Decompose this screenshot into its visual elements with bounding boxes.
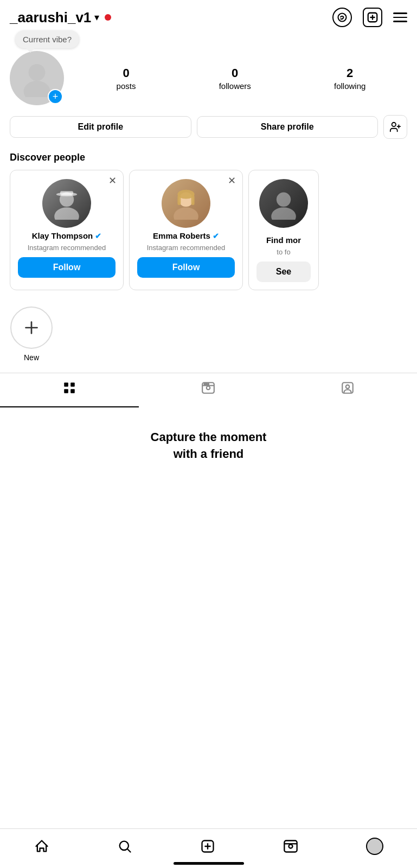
edit-profile-button[interactable]: Edit profile: [10, 116, 191, 138]
find-more-text: Find mor: [266, 235, 301, 245]
new-post-icon[interactable]: [363, 8, 382, 27]
menu-icon[interactable]: [393, 12, 407, 22]
threads-icon[interactable]: [332, 8, 352, 27]
svg-point-27: [207, 386, 210, 390]
svg-point-29: [204, 384, 206, 385]
svg-rect-25: [70, 389, 75, 393]
following-stat[interactable]: 2 following: [334, 66, 365, 91]
svg-rect-23: [70, 382, 75, 387]
svg-point-33: [346, 385, 350, 389]
emma-name: Emma Roberts ✔: [153, 231, 219, 240]
add-story-button[interactable]: +: [48, 89, 63, 104]
klay-name: Klay Thompson ✔: [32, 231, 102, 240]
discover-cards: ✕ Klay Thompson ✔ Instagram recommended …: [10, 170, 407, 292]
tab-reels[interactable]: [139, 373, 278, 407]
close-card-emma[interactable]: ✕: [228, 176, 236, 186]
svg-point-40: [288, 845, 292, 848]
person-card-partial: Find mor to fo See: [248, 170, 319, 290]
svg-point-31: [208, 384, 209, 385]
discover-title: Discover people: [10, 152, 407, 163]
grid-icon: [62, 381, 76, 399]
svg-point-4: [29, 64, 46, 81]
klay-sub: Instagram recommended: [28, 244, 106, 252]
klay-verified-icon: ✔: [95, 232, 101, 240]
vibe-bubble: Current vibe?: [15, 30, 79, 48]
tabs-section: [0, 373, 417, 407]
home-indicator: [174, 862, 244, 865]
nav-profile[interactable]: [357, 835, 392, 857]
nav-profile-avatar: [366, 838, 383, 855]
follow-emma-button[interactable]: Follow: [137, 257, 235, 278]
username: _aarushi_v1: [10, 9, 91, 26]
partial-avatar: [259, 179, 308, 228]
svg-rect-12: [60, 191, 73, 195]
svg-point-18: [277, 193, 291, 207]
svg-rect-16: [177, 195, 181, 205]
followers-stat[interactable]: 0 followers: [219, 66, 251, 91]
empty-state-text: Capture the momentwith a friend: [11, 429, 406, 463]
following-count: 2: [347, 66, 353, 80]
nav-home[interactable]: [25, 837, 58, 856]
new-story-item: New: [10, 307, 53, 362]
tagged-icon: [341, 381, 355, 399]
tab-grid[interactable]: [0, 373, 139, 407]
emma-avatar: [162, 179, 210, 228]
chevron-down-icon[interactable]: ▾: [94, 11, 99, 23]
empty-state: Capture the momentwith a friend: [0, 407, 417, 474]
follow-klay-button[interactable]: Follow: [18, 257, 116, 278]
discover-section: Discover people ✕ Klay Thompson ✔ Instag…: [0, 146, 417, 297]
tab-tagged[interactable]: [278, 373, 417, 407]
svg-rect-17: [191, 195, 195, 205]
username-area[interactable]: _aarushi_v1 ▾: [10, 9, 111, 26]
svg-rect-22: [64, 382, 68, 387]
emma-verified-icon: ✔: [213, 232, 219, 240]
top-navigation: _aarushi_v1 ▾: [0, 0, 417, 35]
svg-rect-24: [64, 389, 68, 393]
klay-avatar: [42, 179, 91, 228]
posts-label: posts: [117, 81, 136, 91]
reels-icon: [201, 381, 215, 399]
svg-point-6: [392, 123, 396, 126]
find-more-sub: to fo: [277, 248, 290, 256]
nav-search[interactable]: [108, 837, 141, 856]
svg-point-14: [174, 207, 198, 220]
notification-dot: [105, 14, 111, 21]
add-person-button[interactable]: [383, 115, 407, 139]
followers-label: followers: [219, 81, 251, 91]
close-card-klay[interactable]: ✕: [108, 176, 117, 186]
new-story-button[interactable]: [10, 307, 53, 349]
svg-rect-39: [284, 841, 297, 852]
avatar-container: Current vibe? +: [10, 51, 64, 105]
following-label: following: [334, 81, 365, 91]
nav-reels[interactable]: [274, 837, 307, 856]
action-buttons: Edit profile Share profile: [0, 111, 417, 146]
followers-count: 0: [232, 66, 238, 80]
person-card-klay: ✕ Klay Thompson ✔ Instagram recommended …: [10, 170, 124, 290]
svg-point-30: [206, 384, 207, 385]
nav-create[interactable]: [191, 837, 224, 856]
emma-sub: Instagram recommended: [147, 244, 226, 252]
stories-section: New: [0, 297, 417, 367]
svg-point-0: [338, 14, 347, 22]
stats-row: 0 posts 0 followers 2 following: [75, 66, 407, 91]
svg-line-35: [127, 849, 130, 852]
see-all-button[interactable]: See: [256, 261, 311, 282]
posts-count: 0: [123, 66, 129, 80]
person-card-emma: ✕ Emma Roberts ✔ Instagram recommended F…: [129, 170, 243, 290]
svg-point-10: [54, 207, 79, 220]
profile-section: Current vibe? + 0 posts 0 followers 2 fo…: [0, 35, 417, 111]
svg-point-5: [24, 81, 50, 97]
share-profile-button[interactable]: Share profile: [197, 116, 378, 138]
svg-point-19: [271, 207, 296, 220]
new-story-label: New: [24, 353, 39, 362]
nav-icons: [332, 8, 407, 27]
posts-stat[interactable]: 0 posts: [117, 66, 136, 91]
